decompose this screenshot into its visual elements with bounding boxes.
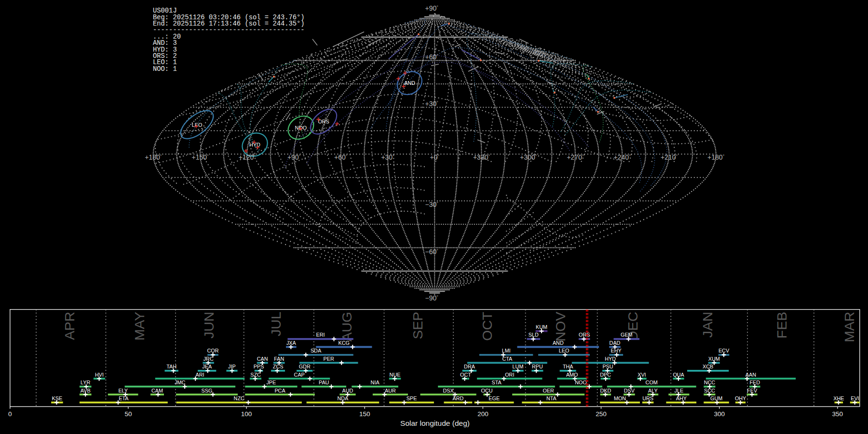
svg-text:JXA: JXA bbox=[286, 340, 297, 346]
svg-text:SPE: SPE bbox=[407, 395, 417, 401]
svg-text:NTA: NTA bbox=[546, 395, 557, 401]
svg-text:OCT: OCT bbox=[460, 372, 471, 378]
svg-text:LMI: LMI bbox=[502, 348, 511, 353]
svg-text:+120°: +120° bbox=[239, 153, 256, 161]
svg-text:+180°: +180° bbox=[145, 153, 162, 161]
svg-text:COR: COR bbox=[207, 348, 219, 353]
svg-text:350: 350 bbox=[832, 410, 843, 418]
svg-text:NIA: NIA bbox=[371, 380, 380, 385]
svg-text:150: 150 bbox=[359, 410, 370, 418]
svg-text:JRC: JRC bbox=[203, 356, 214, 362]
svg-text:+300°: +300° bbox=[520, 153, 537, 161]
svg-text:GDR: GDR bbox=[299, 364, 311, 369]
svg-text:DSV: DSV bbox=[624, 388, 635, 393]
svg-text:ZCS: ZCS bbox=[273, 364, 284, 369]
svg-text:XUM: XUM bbox=[708, 356, 720, 362]
svg-text:LEO: LEO bbox=[559, 348, 570, 353]
svg-text:OER: OER bbox=[542, 388, 554, 393]
svg-text:+90°: +90° bbox=[425, 4, 439, 12]
svg-text:MON: MON bbox=[614, 395, 626, 401]
svg-text:AAN: AAN bbox=[746, 372, 756, 378]
svg-text:LYR: LYR bbox=[81, 380, 90, 385]
svg-text:AUG: AUG bbox=[339, 312, 354, 342]
svg-text:KCG: KCG bbox=[339, 340, 350, 346]
svg-text:DAD: DAD bbox=[610, 340, 621, 346]
svg-text:STA: STA bbox=[491, 380, 502, 385]
svg-text:LUM: LUM bbox=[513, 364, 524, 369]
svg-text:EHY: EHY bbox=[611, 348, 622, 353]
svg-text:AND: AND bbox=[553, 340, 564, 346]
svg-text:+330°: +330° bbox=[473, 153, 490, 161]
svg-text:SLD: SLD bbox=[529, 332, 539, 338]
svg-text:+210°: +210° bbox=[661, 153, 678, 161]
svg-text:ALY: ALY bbox=[648, 388, 658, 393]
svg-text:+90°: +90° bbox=[287, 153, 301, 161]
svg-text:SZC: SZC bbox=[250, 372, 261, 378]
svg-text:NOO: NOO bbox=[575, 380, 587, 385]
svg-text:+60°: +60° bbox=[334, 153, 348, 161]
svg-text:NDA: NDA bbox=[338, 395, 349, 401]
svg-text:PER: PER bbox=[324, 356, 334, 362]
svg-text:+240°: +240° bbox=[614, 153, 631, 161]
svg-text:300: 300 bbox=[714, 410, 725, 418]
svg-text:ORS: ORS bbox=[579, 332, 590, 338]
svg-text:JUN: JUN bbox=[201, 312, 217, 339]
svg-text:XCB: XCB bbox=[703, 364, 713, 369]
svg-text:−60°: −60° bbox=[425, 248, 439, 256]
svg-text:GUM: GUM bbox=[710, 395, 722, 401]
svg-text:EVI: EVI bbox=[851, 395, 859, 401]
svg-text:+180°: +180° bbox=[707, 153, 725, 161]
svg-text:CTA: CTA bbox=[502, 356, 513, 362]
svg-text:TAH: TAH bbox=[166, 364, 176, 369]
svg-text:PCA: PCA bbox=[274, 388, 285, 393]
svg-text:HYD: HYD bbox=[605, 356, 616, 362]
svg-text:ORI: ORI bbox=[505, 372, 514, 378]
svg-text:AUR: AUR bbox=[385, 388, 396, 393]
svg-text:+30°: +30° bbox=[425, 100, 439, 108]
svg-text:0: 0 bbox=[8, 410, 12, 418]
svg-text:+30°: +30° bbox=[381, 153, 394, 161]
svg-text:DPC: DPC bbox=[600, 372, 611, 378]
svg-text:PSU: PSU bbox=[602, 364, 613, 369]
svg-text:−30°: −30° bbox=[425, 201, 439, 208]
svg-text:APR: APR bbox=[62, 312, 77, 340]
svg-text:DRA: DRA bbox=[464, 364, 475, 369]
svg-text:SEP: SEP bbox=[410, 312, 425, 339]
svg-text:NUE: NUE bbox=[390, 372, 401, 378]
svg-text:KUM: KUM bbox=[536, 324, 547, 330]
svg-text:CAP: CAP bbox=[294, 372, 305, 378]
svg-text:OCT: OCT bbox=[479, 312, 495, 341]
svg-text:URS: URS bbox=[642, 395, 653, 401]
svg-text:ETA: ETA bbox=[119, 395, 129, 401]
svg-text:HYD: HYD bbox=[249, 142, 260, 148]
svg-text:JEA: JEA bbox=[202, 364, 212, 369]
svg-text:SDA: SDA bbox=[311, 348, 322, 353]
svg-text:NOV: NOV bbox=[553, 312, 568, 342]
svg-text:OCU: OCU bbox=[481, 388, 493, 393]
svg-text:FAN: FAN bbox=[274, 356, 284, 362]
svg-text:SSG: SSG bbox=[202, 388, 213, 393]
svg-text:JUL: JUL bbox=[268, 312, 284, 337]
svg-text:DKD: DKD bbox=[600, 388, 611, 393]
svg-text:Solar longitude (deg): Solar longitude (deg) bbox=[400, 419, 470, 427]
svg-text:JMC: JMC bbox=[175, 380, 185, 385]
svg-text:AVB: AVB bbox=[81, 388, 91, 393]
svg-text:+150°: +150° bbox=[192, 153, 209, 161]
svg-text:FEB: FEB bbox=[774, 312, 789, 339]
svg-text:GEM: GEM bbox=[621, 332, 633, 338]
svg-text:MAY: MAY bbox=[132, 312, 147, 341]
svg-text:CAN: CAN bbox=[257, 356, 268, 362]
svg-text:ECV: ECV bbox=[719, 348, 730, 353]
svg-text:250: 250 bbox=[596, 410, 607, 418]
svg-text:−90°: −90° bbox=[425, 294, 439, 302]
svg-text:AHY: AHY bbox=[676, 395, 687, 401]
svg-text:AMO: AMO bbox=[566, 372, 578, 378]
svg-text:HVI: HVI bbox=[95, 372, 104, 378]
svg-text:ARI: ARI bbox=[196, 372, 204, 378]
svg-text:RPU: RPU bbox=[532, 364, 543, 369]
svg-text:JIP: JIP bbox=[228, 364, 236, 369]
svg-text:FED: FED bbox=[749, 380, 760, 385]
svg-text:XHE: XHE bbox=[833, 395, 844, 401]
svg-text:DSX: DSX bbox=[443, 388, 453, 393]
svg-text:AND: AND bbox=[404, 80, 415, 86]
